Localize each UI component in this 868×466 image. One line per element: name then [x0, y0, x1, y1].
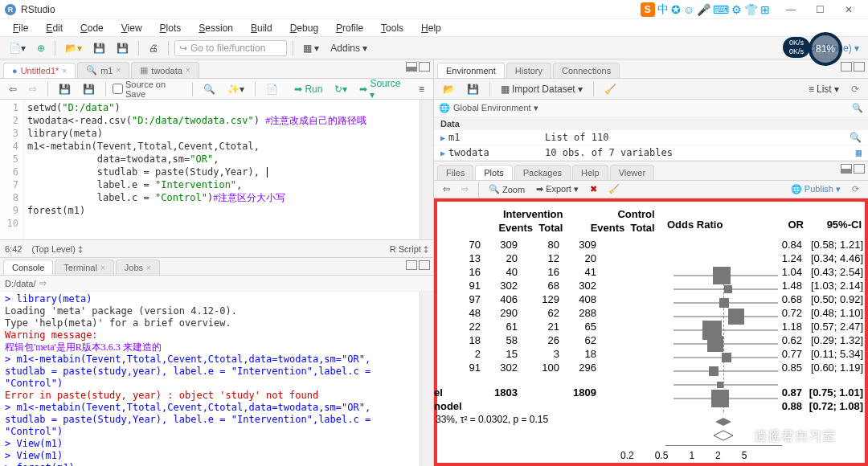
new-file-button[interactable]: 📄▾ [5, 41, 30, 55]
env-var-m1[interactable]: ▶m1 List of 110 🔍 [434, 130, 868, 145]
console-path-browse-icon[interactable]: ⇨ [39, 278, 47, 288]
import-dataset-button[interactable]: ▦ Import Dataset ▾ [497, 82, 587, 96]
menu-view[interactable]: View [113, 21, 150, 35]
source-tab-untitled1[interactable]: ● Untitled1* × [3, 63, 76, 78]
ime-settings-icon[interactable]: ⚙ [731, 3, 742, 16]
refresh-plot-button[interactable]: ⟳ [848, 182, 863, 196]
print-button[interactable]: 🖨 [145, 41, 162, 55]
minimize-pane-button[interactable] [841, 62, 852, 72]
minimize-pane-button[interactable] [406, 62, 417, 72]
window-maximize-button[interactable]: ☐ [805, 1, 834, 18]
save-workspace-button[interactable]: 💾 [463, 82, 483, 96]
goto-function-input[interactable]: ↪ Go to file/function [174, 40, 287, 56]
close-icon[interactable]: × [146, 264, 151, 272]
code-editor[interactable]: setwd("D:/data") twodata<-read.csv("D:/d… [24, 100, 420, 239]
maximize-pane-button[interactable] [419, 62, 430, 72]
language-indicator[interactable]: R Script ‡ [390, 244, 428, 254]
find-button[interactable]: 🔍 [199, 82, 219, 96]
minimize-pane-button[interactable] [841, 164, 852, 174]
ime-skin-icon[interactable]: 👕 [744, 3, 758, 16]
tab-viewer[interactable]: Viewer [610, 165, 654, 180]
console-scrollbar[interactable] [420, 292, 433, 466]
view-data-icon[interactable]: ▦ [856, 147, 862, 158]
search-env-icon[interactable]: 🔍 [852, 103, 863, 113]
ime-emoji-icon[interactable]: ☺ [683, 3, 694, 16]
menu-debug[interactable]: Debug [282, 21, 326, 35]
tab-connections[interactable]: Connections [553, 63, 620, 78]
sogou-logo-icon[interactable]: S [641, 2, 655, 17]
close-icon[interactable]: × [116, 66, 121, 75]
tab-packages[interactable]: Packages [514, 165, 571, 180]
remove-plot-button[interactable]: ✖ [586, 182, 601, 196]
new-project-button[interactable]: ⊕ [33, 41, 49, 55]
clear-env-button[interactable]: 🧹 [600, 82, 620, 96]
ime-tools-icon[interactable]: ⊞ [760, 3, 770, 16]
tab-environment[interactable]: Environment [437, 63, 505, 78]
expand-icon[interactable]: ▶ [440, 133, 445, 142]
menu-profile[interactable]: Profile [328, 21, 371, 35]
editor-scrollbar[interactable] [420, 100, 433, 239]
tab-plots[interactable]: Plots [475, 165, 512, 180]
zoom-button[interactable]: 🔍 Zoom [485, 182, 529, 196]
maximize-pane-button[interactable] [854, 62, 865, 72]
save-button[interactable]: 💾 [89, 41, 109, 55]
menu-file[interactable]: File [5, 21, 36, 35]
env-view-mode[interactable]: ≡ List ▾ [805, 82, 843, 96]
close-icon[interactable]: × [186, 66, 190, 75]
maximize-pane-button[interactable] [419, 260, 430, 270]
save-source-button[interactable]: 💾 [79, 82, 99, 96]
line-gutter[interactable]: 1 2 3 4 5 6 7 8 9 10 [0, 100, 24, 239]
export-button[interactable]: ➡ Export ▾ [532, 182, 583, 196]
menu-edit[interactable]: Edit [38, 21, 71, 35]
menu-code[interactable]: Code [72, 21, 112, 35]
console-output[interactable]: > library(meta) Loading 'meta' package (… [0, 292, 420, 466]
tab-jobs[interactable]: Jobs× [116, 260, 160, 275]
expand-icon[interactable]: ▶ [440, 149, 445, 157]
sogou-ime-toolbar[interactable]: S 中 ✪ ☺ 🎤 ⌨ ⚙ 👕 ⊞ [641, 2, 770, 17]
ime-mic-icon[interactable]: 🎤 [697, 3, 710, 16]
outline-button[interactable]: ≡ [415, 82, 428, 96]
menu-build[interactable]: Build [243, 21, 280, 35]
load-workspace-button[interactable]: 📂 [439, 82, 459, 96]
tab-history[interactable]: History [506, 63, 551, 78]
publish-button[interactable]: 🌐 Publish ▾ [787, 182, 845, 196]
project-menu[interactable]: ect: (None) ▾ [800, 41, 863, 55]
save-all-button[interactable]: 💾 [113, 41, 133, 55]
compile-button[interactable]: 📄 [262, 82, 282, 96]
clear-plots-button[interactable]: 🧹 [604, 182, 624, 196]
menu-help[interactable]: Help [413, 21, 449, 35]
minimize-pane-button[interactable] [406, 260, 417, 270]
tab-help[interactable]: Help [572, 165, 608, 180]
magic-button[interactable]: ✨▾ [223, 82, 248, 96]
run-button[interactable]: ➡ Run [290, 82, 326, 96]
menu-plots[interactable]: Plots [152, 21, 190, 35]
open-file-button[interactable]: 📂▾ [61, 41, 86, 55]
show-in-new-window-button[interactable]: 💾 [55, 82, 75, 96]
refresh-env-button[interactable]: ⟳ [847, 82, 863, 96]
maximize-pane-button[interactable] [854, 164, 865, 174]
ime-lang-icon[interactable]: 中 [657, 2, 669, 17]
view-data-icon[interactable]: 🔍 [850, 132, 862, 143]
menu-tools[interactable]: Tools [373, 21, 411, 35]
grid-view-button[interactable]: ▦ ▾ [299, 41, 323, 55]
close-icon[interactable]: × [62, 67, 67, 76]
plot-next-button[interactable]: ⇨ [457, 182, 473, 196]
environment-scope[interactable]: 🌐 Global Environment ▾ 🔍 [434, 100, 868, 117]
plot-prev-button[interactable]: ⇦ [439, 182, 454, 196]
ime-keyboard-icon[interactable]: ⌨ [713, 3, 729, 16]
source-on-save-checkbox[interactable]: Source on Save [113, 80, 186, 99]
window-minimize-button[interactable]: — [776, 1, 805, 18]
rerun-button[interactable]: ↻▾ [330, 82, 351, 96]
scope-indicator[interactable]: (Top Level) ‡ [31, 244, 83, 254]
back-button[interactable]: ⇦ [5, 82, 21, 96]
source-button[interactable]: ➡ Source ▾ [355, 76, 411, 102]
menu-session[interactable]: Session [190, 21, 241, 35]
window-close-button[interactable]: ✕ [834, 1, 863, 18]
source-tab-m1[interactable]: 🔍 m1 × [77, 62, 129, 78]
tab-terminal[interactable]: Terminal× [55, 260, 113, 275]
forward-button[interactable]: ⇨ [25, 82, 41, 96]
ime-punct-icon[interactable]: ✪ [671, 3, 681, 16]
tab-files[interactable]: Files [437, 165, 473, 180]
close-icon[interactable]: × [100, 264, 105, 272]
source-tab-twodata[interactable]: ▦ twodata × [131, 62, 199, 78]
